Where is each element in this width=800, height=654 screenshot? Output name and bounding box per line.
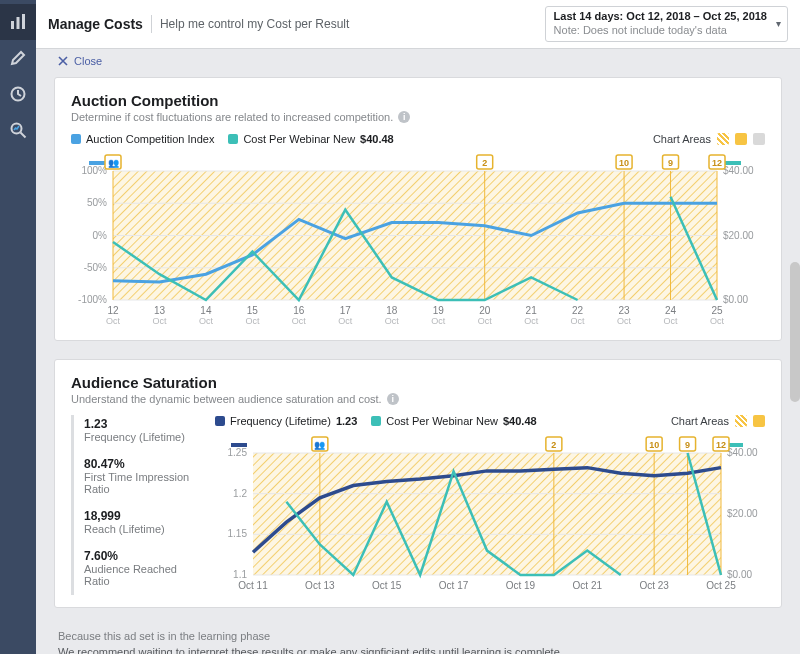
stat-frequency: 1.23Frequency (Lifetime) xyxy=(84,417,205,443)
svg-text:Oct: Oct xyxy=(292,316,307,326)
date-range-selector[interactable]: Last 14 days: Oct 12, 2018 – Oct 25, 201… xyxy=(545,6,788,42)
svg-text:24: 24 xyxy=(665,305,677,316)
page-title: Manage Costs xyxy=(48,16,143,32)
svg-text:12: 12 xyxy=(712,158,722,168)
svg-text:$20.00: $20.00 xyxy=(723,229,754,240)
svg-rect-2 xyxy=(22,14,25,29)
svg-text:50%: 50% xyxy=(87,197,107,208)
svg-text:17: 17 xyxy=(340,305,352,316)
auction-subtitle: Determine if cost fluctuations are relat… xyxy=(71,111,393,123)
chart-areas-toggle[interactable]: Chart Areas xyxy=(653,133,765,145)
audience-card: Audience Saturation Understand the dynam… xyxy=(54,359,782,608)
nav-history[interactable] xyxy=(0,76,36,112)
svg-text:Oct 19: Oct 19 xyxy=(506,580,536,591)
nav-inspect[interactable] xyxy=(0,112,36,148)
audience-title: Audience Saturation xyxy=(71,374,765,391)
svg-text:Oct: Oct xyxy=(478,316,493,326)
svg-text:13: 13 xyxy=(154,305,166,316)
learning-phase-note: Because this ad set is in the learning p… xyxy=(54,626,782,655)
svg-text:9: 9 xyxy=(668,158,673,168)
svg-text:Oct: Oct xyxy=(245,316,260,326)
auction-title: Auction Competition xyxy=(71,92,765,109)
svg-text:Oct 21: Oct 21 xyxy=(573,580,603,591)
nav-edit[interactable] xyxy=(0,40,36,76)
svg-text:$40.00: $40.00 xyxy=(727,447,758,458)
auction-legend-1[interactable]: Auction Competition Index xyxy=(71,133,214,145)
svg-text:👥: 👥 xyxy=(314,439,326,451)
chart-area-gold-icon xyxy=(735,133,747,145)
search-analytics-icon xyxy=(9,121,27,139)
svg-text:22: 22 xyxy=(572,305,584,316)
svg-text:10: 10 xyxy=(619,158,629,168)
audience-legend-1[interactable]: Frequency (Lifetime) 1.23 xyxy=(215,415,357,427)
svg-text:👥: 👥 xyxy=(108,157,120,169)
svg-text:Oct: Oct xyxy=(524,316,539,326)
date-range-note: Note: Does not include today's data xyxy=(554,24,767,38)
svg-text:Oct: Oct xyxy=(710,316,725,326)
svg-text:Oct 15: Oct 15 xyxy=(372,580,402,591)
close-icon xyxy=(58,56,68,66)
info-icon[interactable]: i xyxy=(387,393,399,405)
bar-chart-icon xyxy=(9,13,27,31)
svg-rect-0 xyxy=(11,21,14,29)
svg-text:1.1: 1.1 xyxy=(233,569,247,580)
stat-audience-ratio: 7.60%Audience Reached Ratio xyxy=(84,549,205,587)
svg-text:16: 16 xyxy=(293,305,305,316)
topbar: Manage Costs Help me control my Cost per… xyxy=(36,0,800,49)
svg-text:23: 23 xyxy=(619,305,631,316)
svg-text:0%: 0% xyxy=(93,229,108,240)
chart-areas-toggle[interactable]: Chart Areas xyxy=(671,415,765,427)
close-link[interactable]: Close xyxy=(54,49,782,77)
svg-text:Oct 13: Oct 13 xyxy=(305,580,335,591)
svg-text:1.2: 1.2 xyxy=(233,487,247,498)
svg-text:Oct 25: Oct 25 xyxy=(706,580,736,591)
svg-text:$20.00: $20.00 xyxy=(727,508,758,519)
svg-text:12: 12 xyxy=(107,305,119,316)
svg-text:$0.00: $0.00 xyxy=(723,294,748,305)
left-nav xyxy=(0,0,36,654)
auction-card: Auction Competition Determine if cost fl… xyxy=(54,77,782,341)
svg-text:20: 20 xyxy=(479,305,491,316)
svg-text:10: 10 xyxy=(649,440,659,450)
svg-text:Oct 23: Oct 23 xyxy=(639,580,669,591)
svg-text:$0.00: $0.00 xyxy=(727,569,752,580)
svg-text:Oct: Oct xyxy=(617,316,632,326)
auction-chart: -100%-50%0%50%100%$0.00$20.00$40.0012Oct… xyxy=(71,153,765,328)
svg-text:2: 2 xyxy=(551,440,556,450)
close-label: Close xyxy=(74,55,102,67)
audience-stats: 1.23Frequency (Lifetime) 80.47%First Tim… xyxy=(71,415,205,595)
svg-text:100%: 100% xyxy=(81,165,107,176)
svg-text:-100%: -100% xyxy=(78,294,107,305)
svg-text:Oct: Oct xyxy=(106,316,121,326)
svg-text:2: 2 xyxy=(482,158,487,168)
info-icon[interactable]: i xyxy=(398,111,410,123)
svg-text:9: 9 xyxy=(685,440,690,450)
clock-icon xyxy=(10,86,26,102)
scrollbar-thumb[interactable] xyxy=(790,262,800,402)
date-range-value: Last 14 days: Oct 12, 2018 – Oct 25, 201… xyxy=(554,10,767,24)
audience-legend-2[interactable]: Cost Per Webinar New $40.48 xyxy=(371,415,536,427)
divider xyxy=(151,15,152,33)
svg-text:1.25: 1.25 xyxy=(228,447,248,458)
svg-text:25: 25 xyxy=(711,305,723,316)
nav-analytics[interactable] xyxy=(0,4,36,40)
audience-chart: 1.11.151.21.25$0.00$20.00$40.00Oct 11Oct… xyxy=(215,435,765,595)
svg-text:15: 15 xyxy=(247,305,259,316)
svg-text:$40.00: $40.00 xyxy=(723,165,754,176)
auction-legend-2[interactable]: Cost Per Webinar New $40.48 xyxy=(228,133,393,145)
svg-rect-1 xyxy=(17,17,20,29)
svg-text:Oct: Oct xyxy=(431,316,446,326)
svg-text:1.15: 1.15 xyxy=(228,528,248,539)
chart-area-grey-icon xyxy=(753,133,765,145)
svg-text:Oct: Oct xyxy=(152,316,167,326)
chart-area-gold-icon xyxy=(753,415,765,427)
svg-text:21: 21 xyxy=(526,305,538,316)
svg-text:-50%: -50% xyxy=(84,261,107,272)
svg-text:19: 19 xyxy=(433,305,445,316)
audience-subtitle: Understand the dynamic between audience … xyxy=(71,393,382,405)
svg-text:Oct: Oct xyxy=(385,316,400,326)
svg-text:18: 18 xyxy=(386,305,398,316)
svg-text:12: 12 xyxy=(716,440,726,450)
chart-area-hatch-icon xyxy=(717,133,729,145)
svg-text:14: 14 xyxy=(200,305,212,316)
